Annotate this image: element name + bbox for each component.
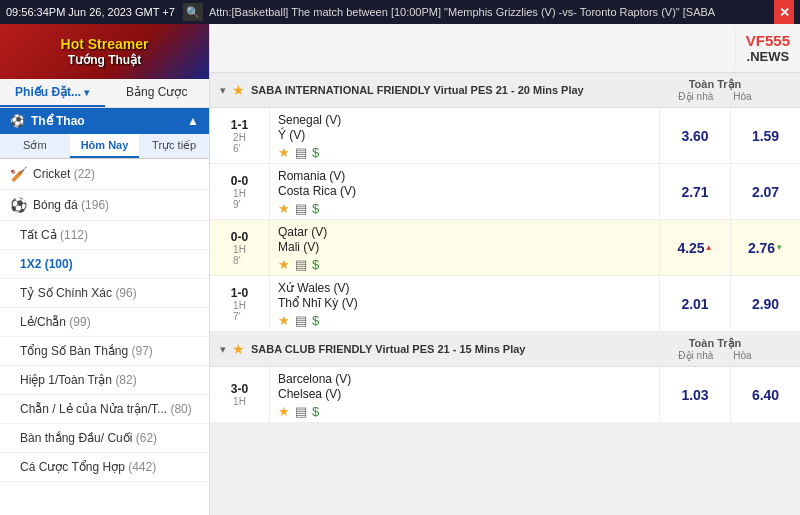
odd-home-4[interactable]: 2.01 bbox=[660, 276, 730, 331]
league-fav-star[interactable]: ★ bbox=[232, 82, 245, 98]
main-content: VF555 .NEWS ▾ ★ SABA INTERNATIONAL FRIEN… bbox=[210, 24, 800, 515]
fav-btn-3[interactable]: ★ bbox=[278, 257, 290, 272]
dollar-btn-1[interactable]: $ bbox=[312, 145, 319, 160]
odd-draw-4[interactable]: 2.90 bbox=[730, 276, 800, 331]
col-sub-draw-1: Hòa bbox=[733, 91, 751, 102]
match-score-col-3: 0-0 1H8' bbox=[210, 220, 270, 275]
down-arrow-3: ▼ bbox=[775, 243, 783, 252]
dollar-btn-3[interactable]: $ bbox=[312, 257, 319, 272]
score-4: 1-0 bbox=[231, 286, 248, 300]
match-actions-5: ★ ▤ $ bbox=[278, 401, 651, 419]
match-score-col-4: 1-0 1H7' bbox=[210, 276, 270, 331]
logo-vf: VF555 bbox=[746, 32, 790, 49]
time-1: 2H6' bbox=[233, 132, 246, 154]
fav-btn-5[interactable]: ★ bbox=[278, 404, 290, 419]
hiep1-label: Hiệp 1/Toàn Trận (82) bbox=[20, 373, 199, 387]
match-row-2: 0-0 1H9' Romania (V) Costa Rica (V) ★ ▤ … bbox=[210, 164, 800, 220]
book-btn-1[interactable]: ▤ bbox=[295, 145, 307, 160]
fav-btn-1[interactable]: ★ bbox=[278, 145, 290, 160]
time-2: 1H9' bbox=[233, 188, 246, 210]
sports-header: ⚽ Thể Thao ▲ bbox=[0, 108, 209, 134]
sidebar-item-banthangdau[interactable]: Bàn thắng Đầu/ Cuối (62) bbox=[0, 424, 209, 453]
odd-home-1[interactable]: 3.60 bbox=[660, 108, 730, 163]
score-5: 3-0 bbox=[231, 382, 248, 396]
top-bar: 09:56:34PM Jun 26, 2023 GMT +7 🔍 Attn:[B… bbox=[0, 0, 800, 24]
sidebar-item-lechan[interactable]: Lẻ/Chẵn (99) bbox=[0, 308, 209, 337]
odd-home-3[interactable]: 4.25▲ bbox=[660, 220, 730, 275]
fav-btn-4[interactable]: ★ bbox=[278, 313, 290, 328]
match-teams-col-4: Xứ Wales (V) Thổ Nhĩ Kỳ (V) ★ ▤ $ bbox=[270, 276, 659, 331]
lechan-label: Lẻ/Chẵn (99) bbox=[20, 315, 199, 329]
dollar-btn-2[interactable]: $ bbox=[312, 201, 319, 216]
match-actions-4: ★ ▤ $ bbox=[278, 310, 651, 328]
up-arrow-3: ▲ bbox=[705, 243, 713, 252]
sidebar-item-bongda[interactable]: ⚽ Bóng đá (196) bbox=[0, 190, 209, 221]
sidebar-item-cacuoc[interactable]: Cá Cược Tổng Hợp (442) bbox=[0, 453, 209, 482]
col-sub-home-1: Đội nhà bbox=[678, 91, 713, 102]
league-title-1: SABA INTERNATIONAL FRIENDLY Virtual PES … bbox=[251, 84, 634, 96]
match-teams-col-3: Qatar (V) Mali (V) ★ ▤ $ bbox=[270, 220, 659, 275]
sidebar-item-1x2[interactable]: 1X2 (100) bbox=[0, 250, 209, 279]
sports-label: Thể Thao bbox=[31, 114, 85, 128]
match-actions-3: ★ ▤ $ bbox=[278, 254, 651, 272]
team1-2: Romania (V) bbox=[278, 169, 651, 183]
odds-col-3: 4.25▲ 2.76▼ bbox=[659, 220, 800, 275]
team2-5: Chelsea (V) bbox=[278, 387, 651, 401]
fav-btn-2[interactable]: ★ bbox=[278, 201, 290, 216]
tab-bang-cuoc[interactable]: Bảng Cược bbox=[105, 79, 210, 107]
cacuoc-label: Cá Cược Tổng Hợp (442) bbox=[20, 460, 199, 474]
sidebar-item-cricket[interactable]: 🏏 Cricket (22) bbox=[0, 159, 209, 190]
league-collapse-icon-2[interactable]: ▾ bbox=[220, 343, 226, 356]
sidebar-item-hiep1[interactable]: Hiệp 1/Toàn Trận (82) bbox=[0, 366, 209, 395]
team2-1: Ý (V) bbox=[278, 128, 651, 142]
odd-home-5[interactable]: 1.03 bbox=[660, 367, 730, 422]
odd-draw-5[interactable]: 6.40 bbox=[730, 367, 800, 422]
odd-draw-3[interactable]: 2.76▼ bbox=[730, 220, 800, 275]
league-1: ▾ ★ SABA INTERNATIONAL FRIENDLY Virtual … bbox=[210, 73, 800, 332]
tongsobanthang-label: Tổng Số Bàn Thắng (97) bbox=[20, 344, 199, 358]
1x2-label: 1X2 (100) bbox=[20, 257, 199, 271]
banner-subtitle: Tướng Thuật bbox=[61, 53, 149, 69]
book-btn-2[interactable]: ▤ bbox=[295, 201, 307, 216]
dollar-btn-5[interactable]: $ bbox=[312, 404, 319, 419]
notification-message: Attn:[Basketball] The match between [10:… bbox=[209, 6, 774, 18]
book-btn-4[interactable]: ▤ bbox=[295, 313, 307, 328]
book-btn-5[interactable]: ▤ bbox=[295, 404, 307, 419]
match-score-col-2: 0-0 1H9' bbox=[210, 164, 270, 219]
odd-home-2[interactable]: 2.71 bbox=[660, 164, 730, 219]
team1-4: Xứ Wales (V) bbox=[278, 281, 651, 295]
league-collapse-icon[interactable]: ▾ bbox=[220, 84, 226, 97]
soccer-icon: ⚽ bbox=[10, 197, 27, 213]
logo-domain: .NEWS bbox=[747, 49, 790, 64]
tatca-label: Tất Cả (112) bbox=[20, 228, 199, 242]
collapse-icon[interactable]: ▲ bbox=[187, 114, 199, 128]
close-button[interactable]: ✕ bbox=[774, 0, 794, 24]
time-5: 1H bbox=[233, 396, 246, 407]
match-actions-2: ★ ▤ $ bbox=[278, 198, 651, 216]
team1-1: Senegal (V) bbox=[278, 113, 651, 127]
sidebar-item-tongsobanthang[interactable]: Tổng Số Bàn Thắng (97) bbox=[0, 337, 209, 366]
search-button[interactable]: 🔍 bbox=[183, 3, 203, 21]
league-fav-star-2[interactable]: ★ bbox=[232, 341, 245, 357]
match-score-col-5: 3-0 1H bbox=[210, 367, 270, 422]
odd-draw-1[interactable]: 1.59 bbox=[730, 108, 800, 163]
match-teams-col-1: Senegal (V) Ý (V) ★ ▤ $ bbox=[270, 108, 659, 163]
time-3: 1H8' bbox=[233, 244, 246, 266]
sidebar-item-chanle[interactable]: Chẵn / Lẻ của Nửa trận/T... (80) bbox=[0, 395, 209, 424]
sidebar-item-tysochinxac[interactable]: Tỷ Số Chính Xác (96) bbox=[0, 279, 209, 308]
time-tab-som[interactable]: Sớm bbox=[0, 134, 70, 158]
time-tab-tructiep[interactable]: Trực tiếp bbox=[139, 134, 209, 158]
match-row-3: 0-0 1H8' Qatar (V) Mali (V) ★ ▤ $ 4.25▲ bbox=[210, 220, 800, 276]
book-btn-3[interactable]: ▤ bbox=[295, 257, 307, 272]
bongda-label: Bóng đá (196) bbox=[33, 198, 199, 212]
league-title-2: SABA CLUB FRIENDLY Virtual PES 21 - 15 M… bbox=[251, 343, 634, 355]
team2-2: Costa Rica (V) bbox=[278, 184, 651, 198]
time-tab-homnay[interactable]: Hôm Nay bbox=[70, 134, 140, 158]
odd-draw-2[interactable]: 2.07 bbox=[730, 164, 800, 219]
league-header-1: ▾ ★ SABA INTERNATIONAL FRIENDLY Virtual … bbox=[210, 73, 800, 108]
tab-phieu-dat[interactable]: Phiếu Đặt... ▾ bbox=[0, 79, 105, 107]
sidebar-item-tatca[interactable]: Tất Cả (112) bbox=[0, 221, 209, 250]
dollar-btn-4[interactable]: $ bbox=[312, 313, 319, 328]
time-tabs: Sớm Hôm Nay Trực tiếp bbox=[0, 134, 209, 159]
banner-title: Hot Streamer bbox=[61, 35, 149, 53]
